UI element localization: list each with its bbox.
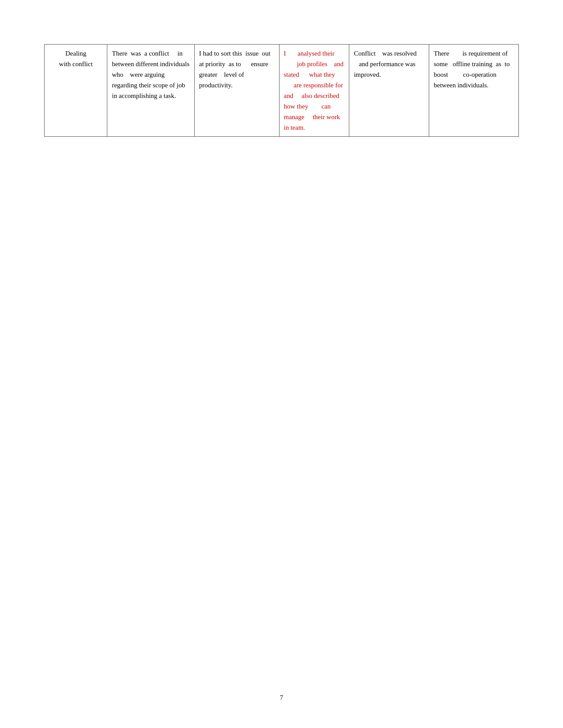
cell-situation: There was a conflict in between differen… [107,45,194,137]
cell-recommendation: There is requirement of some offline tra… [429,45,519,137]
cell-analysis: I analysed their job profiles and stated… [279,45,349,137]
page-container: Dealingwith conflict There was a conflic… [0,0,563,728]
analysis-text: I analysed their job profiles and stated… [284,50,344,131]
cell-action: I had to sort this issue out at priority… [194,45,279,137]
cell-header: Dealingwith conflict [45,45,107,137]
cell-outcome: Conflict was resolved and performance wa… [349,45,429,137]
table-row: Dealingwith conflict There was a conflic… [45,45,519,137]
page-number: 7 [280,694,283,702]
main-table: Dealingwith conflict There was a conflic… [44,44,519,137]
